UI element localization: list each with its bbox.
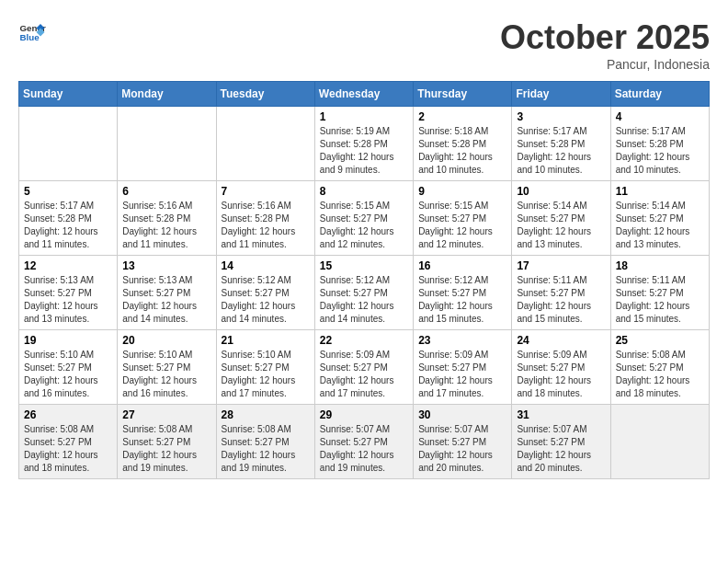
calendar-cell: 11Sunrise: 5:14 AM Sunset: 5:27 PM Dayli… (610, 181, 709, 256)
day-info: Sunrise: 5:09 AM Sunset: 5:27 PM Dayligh… (418, 349, 506, 400)
day-number: 14 (222, 259, 310, 272)
day-number: 18 (616, 259, 704, 272)
calendar-cell: 25Sunrise: 5:08 AM Sunset: 5:27 PM Dayli… (610, 330, 709, 405)
day-info: Sunrise: 5:12 AM Sunset: 5:27 PM Dayligh… (222, 274, 310, 326)
day-info: Sunrise: 5:10 AM Sunset: 5:27 PM Dayligh… (222, 349, 310, 400)
day-number: 5 (24, 185, 112, 198)
logo-icon: General Blue (18, 18, 46, 46)
calendar-cell: 22Sunrise: 5:09 AM Sunset: 5:27 PM Dayli… (314, 330, 413, 405)
calendar-cell: 13Sunrise: 5:13 AM Sunset: 5:27 PM Dayli… (118, 256, 216, 330)
calendar-cell: 27Sunrise: 5:08 AM Sunset: 5:27 PM Dayli… (118, 405, 216, 479)
weekday-header-saturday: Saturday (610, 82, 709, 107)
day-number: 28 (222, 408, 310, 421)
calendar-cell: 15Sunrise: 5:12 AM Sunset: 5:27 PM Dayli… (314, 256, 413, 330)
day-number: 11 (616, 185, 704, 198)
day-info: Sunrise: 5:17 AM Sunset: 5:28 PM Dayligh… (517, 125, 605, 177)
weekday-header-tuesday: Tuesday (216, 82, 314, 107)
day-number: 10 (517, 185, 605, 198)
day-info: Sunrise: 5:11 AM Sunset: 5:27 PM Dayligh… (616, 274, 704, 326)
weekday-header-friday: Friday (512, 82, 610, 107)
day-number: 6 (122, 185, 210, 198)
calendar-cell: 26Sunrise: 5:08 AM Sunset: 5:27 PM Dayli… (19, 405, 118, 479)
calendar-cell (216, 107, 314, 181)
calendar-cell: 4Sunrise: 5:17 AM Sunset: 5:28 PM Daylig… (610, 107, 709, 181)
day-info: Sunrise: 5:17 AM Sunset: 5:28 PM Dayligh… (24, 200, 112, 251)
day-number: 26 (24, 408, 112, 421)
calendar-cell: 21Sunrise: 5:10 AM Sunset: 5:27 PM Dayli… (216, 330, 314, 405)
calendar-cell: 20Sunrise: 5:10 AM Sunset: 5:27 PM Dayli… (118, 330, 216, 405)
calendar-week-row: 26Sunrise: 5:08 AM Sunset: 5:27 PM Dayli… (19, 405, 710, 479)
weekday-header-thursday: Thursday (414, 82, 512, 107)
calendar-cell: 31Sunrise: 5:07 AM Sunset: 5:27 PM Dayli… (512, 405, 610, 479)
day-info: Sunrise: 5:11 AM Sunset: 5:27 PM Dayligh… (517, 274, 605, 326)
calendar-cell: 3Sunrise: 5:17 AM Sunset: 5:28 PM Daylig… (512, 107, 610, 181)
day-info: Sunrise: 5:10 AM Sunset: 5:27 PM Dayligh… (24, 349, 112, 400)
day-number: 16 (418, 259, 506, 272)
calendar-cell (19, 107, 118, 181)
calendar-cell: 7Sunrise: 5:16 AM Sunset: 5:28 PM Daylig… (216, 181, 314, 256)
day-number: 25 (616, 334, 704, 347)
day-info: Sunrise: 5:16 AM Sunset: 5:28 PM Dayligh… (222, 200, 310, 251)
day-info: Sunrise: 5:07 AM Sunset: 5:27 PM Dayligh… (517, 423, 605, 475)
day-number: 13 (122, 259, 210, 272)
day-info: Sunrise: 5:13 AM Sunset: 5:27 PM Dayligh… (122, 274, 210, 326)
weekday-header-sunday: Sunday (19, 82, 118, 107)
calendar-cell: 1Sunrise: 5:19 AM Sunset: 5:28 PM Daylig… (314, 107, 413, 181)
weekday-header-row: SundayMondayTuesdayWednesdayThursdayFrid… (19, 82, 710, 107)
day-info: Sunrise: 5:17 AM Sunset: 5:28 PM Dayligh… (616, 125, 704, 177)
calendar-cell: 12Sunrise: 5:13 AM Sunset: 5:27 PM Dayli… (19, 256, 118, 330)
day-info: Sunrise: 5:15 AM Sunset: 5:27 PM Dayligh… (418, 200, 506, 251)
day-info: Sunrise: 5:13 AM Sunset: 5:27 PM Dayligh… (24, 274, 112, 326)
calendar-cell: 18Sunrise: 5:11 AM Sunset: 5:27 PM Dayli… (610, 256, 709, 330)
title-area: October 2025 Pancur, Indonesia (500, 18, 710, 72)
calendar-week-row: 5Sunrise: 5:17 AM Sunset: 5:28 PM Daylig… (19, 181, 710, 256)
day-info: Sunrise: 5:12 AM Sunset: 5:27 PM Dayligh… (320, 274, 408, 326)
svg-text:Blue: Blue (20, 32, 40, 42)
calendar-cell: 5Sunrise: 5:17 AM Sunset: 5:28 PM Daylig… (19, 181, 118, 256)
calendar-cell: 24Sunrise: 5:09 AM Sunset: 5:27 PM Dayli… (512, 330, 610, 405)
day-info: Sunrise: 5:08 AM Sunset: 5:27 PM Dayligh… (122, 423, 210, 475)
calendar-week-row: 19Sunrise: 5:10 AM Sunset: 5:27 PM Dayli… (19, 330, 710, 405)
day-info: Sunrise: 5:18 AM Sunset: 5:28 PM Dayligh… (418, 125, 506, 177)
day-info: Sunrise: 5:07 AM Sunset: 5:27 PM Dayligh… (320, 423, 408, 475)
calendar-cell: 19Sunrise: 5:10 AM Sunset: 5:27 PM Dayli… (19, 330, 118, 405)
day-info: Sunrise: 5:08 AM Sunset: 5:27 PM Dayligh… (616, 349, 704, 400)
day-number: 21 (222, 334, 310, 347)
calendar-cell: 2Sunrise: 5:18 AM Sunset: 5:28 PM Daylig… (414, 107, 512, 181)
day-number: 30 (418, 408, 506, 421)
day-number: 17 (517, 259, 605, 272)
day-info: Sunrise: 5:10 AM Sunset: 5:27 PM Dayligh… (122, 349, 210, 400)
calendar-week-row: 1Sunrise: 5:19 AM Sunset: 5:28 PM Daylig… (19, 107, 710, 181)
day-info: Sunrise: 5:15 AM Sunset: 5:27 PM Dayligh… (320, 200, 408, 251)
location-title: Pancur, Indonesia (500, 57, 710, 72)
day-info: Sunrise: 5:12 AM Sunset: 5:27 PM Dayligh… (418, 274, 506, 326)
month-title: October 2025 (500, 18, 710, 57)
calendar-cell: 6Sunrise: 5:16 AM Sunset: 5:28 PM Daylig… (118, 181, 216, 256)
day-number: 19 (24, 334, 112, 347)
calendar-cell: 8Sunrise: 5:15 AM Sunset: 5:27 PM Daylig… (314, 181, 413, 256)
page-header: General Blue October 2025 Pancur, Indone… (18, 18, 710, 72)
day-info: Sunrise: 5:14 AM Sunset: 5:27 PM Dayligh… (517, 200, 605, 251)
logo: General Blue (18, 18, 46, 46)
weekday-header-wednesday: Wednesday (314, 82, 413, 107)
calendar-cell: 14Sunrise: 5:12 AM Sunset: 5:27 PM Dayli… (216, 256, 314, 330)
calendar-cell: 23Sunrise: 5:09 AM Sunset: 5:27 PM Dayli… (414, 330, 512, 405)
day-number: 4 (616, 110, 704, 123)
day-number: 3 (517, 110, 605, 123)
calendar-cell: 29Sunrise: 5:07 AM Sunset: 5:27 PM Dayli… (314, 405, 413, 479)
day-number: 9 (418, 185, 506, 198)
calendar-cell: 10Sunrise: 5:14 AM Sunset: 5:27 PM Dayli… (512, 181, 610, 256)
day-number: 2 (418, 110, 506, 123)
weekday-header-monday: Monday (118, 82, 216, 107)
calendar-cell: 30Sunrise: 5:07 AM Sunset: 5:27 PM Dayli… (414, 405, 512, 479)
calendar-cell: 9Sunrise: 5:15 AM Sunset: 5:27 PM Daylig… (414, 181, 512, 256)
day-info: Sunrise: 5:14 AM Sunset: 5:27 PM Dayligh… (616, 200, 704, 251)
calendar-table: SundayMondayTuesdayWednesdayThursdayFrid… (18, 81, 710, 479)
day-info: Sunrise: 5:08 AM Sunset: 5:27 PM Dayligh… (24, 423, 112, 475)
calendar-cell: 16Sunrise: 5:12 AM Sunset: 5:27 PM Dayli… (414, 256, 512, 330)
day-info: Sunrise: 5:16 AM Sunset: 5:28 PM Dayligh… (122, 200, 210, 251)
day-number: 1 (320, 110, 408, 123)
calendar-week-row: 12Sunrise: 5:13 AM Sunset: 5:27 PM Dayli… (19, 256, 710, 330)
day-info: Sunrise: 5:19 AM Sunset: 5:28 PM Dayligh… (320, 125, 408, 177)
day-number: 8 (320, 185, 408, 198)
